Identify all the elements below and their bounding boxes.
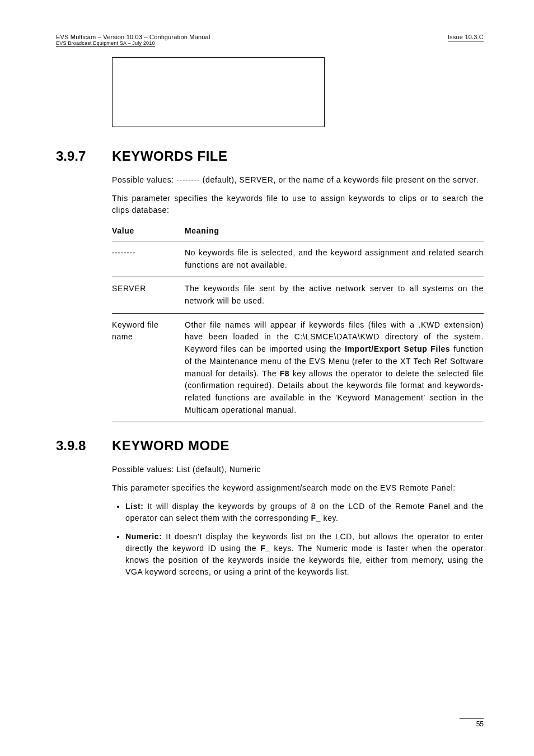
table-cell-meaning: Other file names will appear if keywords… (185, 313, 484, 422)
header-doc-title: EVS Multicam – Version 10.03 – Configura… (56, 34, 210, 40)
section-title: KEYWORD MODE (112, 438, 229, 454)
table-cell-meaning: No keywords file is selected, and the ke… (185, 241, 484, 277)
table-row: SERVER The keywords file sent by the act… (112, 277, 484, 313)
header-left: EVS Multicam – Version 10.03 – Configura… (56, 34, 210, 47)
list-item: Numeric: It doesn't display the keywords… (125, 531, 484, 578)
table-row: -------- No keywords file is selected, a… (112, 241, 484, 277)
table-cell-meaning: The keywords file sent by the active net… (185, 277, 484, 313)
section-397-intro1: Possible values: -------- (default), SER… (112, 174, 484, 186)
section-397-intro2: This parameter specifies the keywords fi… (112, 193, 484, 216)
figure-placeholder (112, 57, 325, 127)
keyword-mode-list: List: It will display the keywords by gr… (112, 501, 484, 578)
table-cell-value: SERVER (112, 277, 185, 313)
section-number: 3.9.7 (56, 148, 112, 164)
section-number: 3.9.8 (56, 438, 112, 454)
table-cell-value: -------- (112, 241, 185, 277)
page-header: EVS Multicam – Version 10.03 – Configura… (56, 34, 484, 47)
section-title: KEYWORDS FILE (112, 148, 228, 164)
table-header-meaning: Meaning (185, 223, 484, 241)
keywords-file-table: Value Meaning -------- No keywords file … (112, 223, 484, 422)
section-398-intro2: This parameter specifies the keyword ass… (112, 482, 484, 494)
section-398-heading: 3.9.8 KEYWORD MODE (56, 438, 484, 454)
list-item: List: It will display the keywords by gr… (125, 501, 484, 524)
section-397-heading: 3.9.7 KEYWORDS FILE (56, 148, 484, 164)
table-cell-value: Keyword file name (112, 313, 185, 422)
header-issue: Issue 10.3.C (448, 34, 484, 41)
header-doc-sub: EVS Broadcast Equipment SA – July 2010 (56, 40, 155, 47)
section-398-intro1: Possible values: List (default), Numeric (112, 464, 484, 475)
table-header-value: Value (112, 223, 185, 241)
page-number: 55 (460, 718, 484, 728)
table-row: Keyword file name Other file names will … (112, 313, 484, 422)
